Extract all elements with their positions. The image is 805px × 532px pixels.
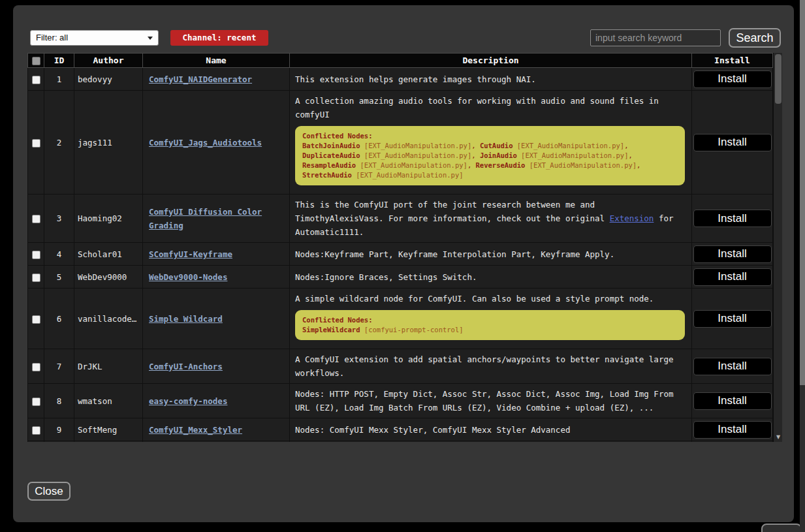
cell-id: 5 [44,266,74,289]
node-name-link[interactable]: ComfyUI-Anchors [149,362,223,371]
search-button[interactable]: Search [729,28,781,48]
search-input[interactable] [590,29,721,46]
cell-description: Nodes: ComfyUI Mexx Styler, ComfyUI Mexx… [290,418,692,441]
cell-id: 9 [44,418,74,441]
node-name-link[interactable]: ComfyUI_NAIDGenerator [149,74,252,84]
table-row: 5 WebDev9000 WebDev9000-Nodes Nodes:Igno… [28,266,773,289]
cell-author: bedovyy [74,68,143,91]
install-button[interactable]: Install [693,268,772,286]
cell-id: 4 [44,243,74,266]
page-scrollbar-thumb[interactable] [800,0,805,385]
table-row: 4 Scholar01 SComfyUI-Keyframe Nodes:Keyf… [28,243,773,266]
table-row: 1 bedovyy ComfyUI_NAIDGenerator This ext… [28,68,773,91]
col-header-author: Author [74,54,143,68]
row-checkbox[interactable] [32,215,40,223]
conflict-title: Conflicted Nodes: [302,315,678,325]
page-scrollbar[interactable] [800,0,805,532]
node-name-link[interactable]: ComfyUI Diffusion Color Grading [149,207,262,230]
node-name-link[interactable]: Simple Wildcard [149,314,223,324]
cell-id: 8 [44,384,74,418]
install-button[interactable]: Install [693,421,772,439]
cell-author: zcfrank1st [74,441,143,443]
install-button[interactable]: Install [693,134,772,151]
conflict-list: SimpleWildcard [comfyui-prompt-control] [302,325,678,335]
conflict-list: BatchJoinAudio [EXT_AudioManipulation.py… [302,141,678,180]
col-header-id: ID [44,54,74,68]
extension-link[interactable]: Extension [610,213,654,223]
cell-id: 7 [44,349,74,384]
install-button[interactable]: Install [693,358,772,375]
cell-id: 6 [44,289,74,349]
filter-select-value: Filter: all [36,33,68,42]
table-row: 10 zcfrank1st ComfyUI Yolov8 Nodes: Yolo… [28,441,773,443]
custom-nodes-dialog: Filter: all Channel: recent Search ID Au… [13,5,794,522]
row-checkbox[interactable] [32,426,40,435]
node-name-link[interactable]: SComfyUI-Keyframe [149,249,232,259]
table-scrollbar[interactable]: ▼ [773,53,782,442]
row-checkbox[interactable] [32,315,40,324]
cell-description: This is the ComfyUI port of the joint re… [290,195,692,243]
chevron-down-icon [148,37,153,40]
cell-author: SoftMeng [74,418,143,441]
cell-id: 2 [44,91,74,195]
conflict-warning-box: Conflicted Nodes:SimpleWildcard [comfyui… [295,310,685,340]
table-row: 6 vanillacode… Simple Wildcard A simple … [28,289,773,349]
install-button[interactable]: Install [693,392,772,410]
cell-description: A ComfyUI extension to add spatial ancho… [290,349,692,384]
cell-description: A collection amazing audio tools for wor… [290,91,692,195]
col-header-description: Description [290,54,692,68]
description-text: A simple wildcard node for ComfyUI. Can … [295,292,686,305]
table-row: 9 SoftMeng ComfyUI_Mexx_Styler Nodes: Co… [28,418,773,441]
install-button[interactable]: Install [693,210,772,227]
col-header-install: Install [692,54,773,68]
conflict-warning-box: Conflicted Nodes:BatchJoinAudio [EXT_Aud… [295,126,685,185]
install-button[interactable]: Install [693,310,772,328]
col-header-name: Name [143,54,290,68]
table-row: 2 jags111 ComfyUI_Jags_Audiotools A coll… [28,91,773,195]
table-row: 8 wmatson easy-comfy-nodes Nodes: HTTP P… [28,384,773,418]
cell-author: Scholar01 [74,243,143,266]
row-checkbox[interactable] [32,251,40,259]
cell-description: Nodes: Yolov8Detection, Yolov8Segmentati… [290,441,692,443]
cell-description: A simple wildcard node for ComfyUI. Can … [290,289,692,349]
cell-description: This extension helps generate images thr… [290,68,692,91]
description-text: This is the ComfyUI port of the joint re… [295,200,610,223]
cell-id: 3 [44,195,74,243]
cell-author: WebDev9000 [74,266,143,289]
cell-description: Nodes:Keyframe Part, Keyframe Interpolat… [290,243,692,266]
cell-author: wmatson [74,384,143,418]
row-checkbox[interactable] [32,363,40,371]
row-checkbox[interactable] [32,76,40,84]
table-header-row: ID Author Name Description Install [28,54,773,68]
filter-select[interactable]: Filter: all [30,30,159,46]
table-scrollbar-thumb[interactable] [775,54,781,104]
channel-badge: Channel: recent [170,30,268,46]
table-row: 3 Haoming02 ComfyUI Diffusion Color Grad… [28,195,773,243]
row-checkbox[interactable] [32,139,40,148]
cell-author: Haoming02 [74,195,143,243]
cell-id: 1 [44,68,74,91]
close-button[interactable]: Close [27,482,71,501]
table-row: 7 DrJKL ComfyUI-Anchors A ComfyUI extens… [28,349,773,384]
cell-description: Nodes:Ignore Braces, Settings Switch. [290,266,692,289]
select-all-checkbox[interactable] [32,57,40,65]
cell-author: DrJKL [74,349,143,384]
col-header-checkbox [28,54,44,68]
custom-nodes-table: ID Author Name Description Install 1 bed… [27,53,782,442]
cell-author: jags111 [74,91,143,195]
node-name-link[interactable]: WebDev9000-Nodes [149,272,227,282]
node-name-link[interactable]: ComfyUI_Mexx_Styler [149,425,242,435]
description-text: A collection amazing audio tools for wor… [295,94,686,121]
node-name-link[interactable]: easy-comfy-nodes [149,396,227,406]
cell-description: Nodes: HTTP POST, Empty Dict, Assoc Str,… [290,384,692,418]
conflict-title: Conflicted Nodes: [302,131,678,141]
install-button[interactable]: Install [693,245,772,263]
cell-id: 10 [44,441,74,443]
partial-button[interactable] [761,524,802,532]
row-checkbox[interactable] [32,274,40,282]
row-checkbox[interactable] [32,398,40,406]
scroll-down-arrow-icon[interactable]: ▼ [774,434,782,440]
cell-author: vanillacode… [74,289,143,349]
install-button[interactable]: Install [693,70,772,88]
node-name-link[interactable]: ComfyUI_Jags_Audiotools [149,138,262,148]
